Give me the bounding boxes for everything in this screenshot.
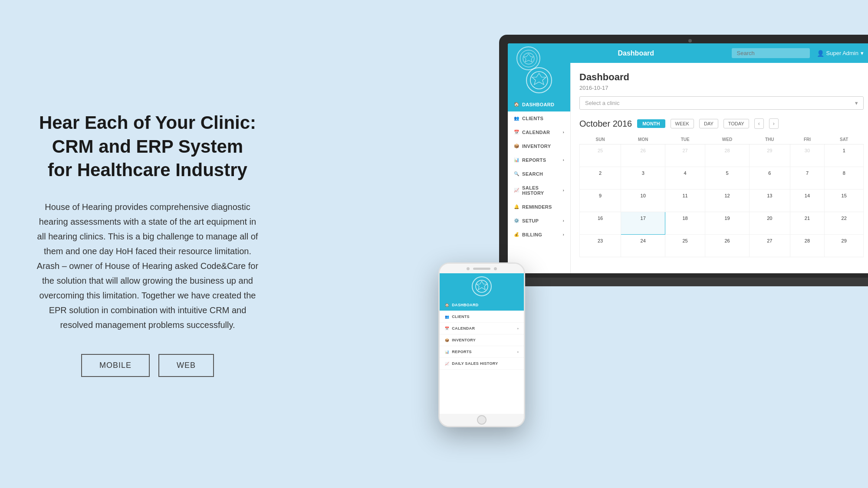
mobile-button[interactable]: MOBILE bbox=[81, 354, 150, 377]
sidebar-item-reminders[interactable]: 🔔REMINDERS bbox=[508, 200, 570, 214]
sidebar-item-clients[interactable]: 👥CLIENTS bbox=[508, 111, 570, 125]
calendar-day-cell[interactable]: 13 bbox=[750, 190, 790, 212]
day-number: 29 bbox=[767, 148, 772, 153]
day-number: 11 bbox=[683, 193, 688, 198]
phone-nav-label: DASHBOARD bbox=[452, 303, 478, 307]
phone-nav-label: REPORTS bbox=[452, 350, 472, 354]
calendar-day-cell[interactable]: 25 bbox=[665, 235, 705, 257]
phone-home-button[interactable] bbox=[477, 415, 487, 425]
crm-sidebar-logo-area bbox=[508, 63, 570, 98]
nav-label: SALES HISTORY bbox=[522, 185, 560, 196]
calendar-day-cell[interactable]: 21 bbox=[790, 212, 825, 235]
web-button[interactable]: WEB bbox=[158, 354, 214, 377]
logo-icon bbox=[522, 52, 535, 65]
phone-header bbox=[440, 273, 524, 299]
sidebar-item-billing[interactable]: 💰BILLING› bbox=[508, 228, 570, 242]
calendar-day-cell[interactable]: 9 bbox=[580, 190, 621, 212]
nav-label: DASHBOARD bbox=[522, 102, 554, 107]
phone-nav-item-clients[interactable]: 👥CLIENTS bbox=[440, 311, 524, 323]
sidebar-item-setup[interactable]: ⚙️SETUP› bbox=[508, 214, 570, 228]
calendar-day-cell[interactable]: 22 bbox=[825, 212, 864, 235]
day-number: 22 bbox=[842, 216, 847, 221]
phone-bottom bbox=[440, 414, 524, 426]
day-number: 28 bbox=[724, 148, 730, 153]
cal-day-btn[interactable]: DAY bbox=[699, 119, 718, 128]
sidebar-item-sales-history[interactable]: 📈SALES HISTORY› bbox=[508, 181, 570, 200]
calendar-day-cell[interactable]: 17 bbox=[621, 212, 665, 235]
day-number: 17 bbox=[641, 216, 646, 221]
calendar-day-cell[interactable]: 20 bbox=[750, 212, 790, 235]
calendar-day-cell[interactable]: 16 bbox=[580, 212, 621, 235]
phone-nav-icon: 📈 bbox=[445, 362, 449, 366]
nav-icon: 📅 bbox=[514, 130, 519, 135]
calendar-day-cell[interactable]: 30 bbox=[790, 144, 825, 167]
day-number: 29 bbox=[842, 238, 847, 243]
sidebar-item-calendar[interactable]: 📅CALENDAR› bbox=[508, 125, 570, 139]
phone-nav-item-daily-sales-history[interactable]: 📈DAILY SALES HISTORY bbox=[440, 358, 524, 370]
sidebar-item-search[interactable]: 🔍SEARCH bbox=[508, 167, 570, 181]
cta-buttons: MOBILE WEB bbox=[35, 354, 260, 377]
calendar-day-cell[interactable]: 28 bbox=[705, 144, 750, 167]
sidebar-item-dashboard[interactable]: 🏠DASHBOARD bbox=[508, 98, 570, 111]
clinic-select[interactable]: Select a clinic ▾ bbox=[579, 96, 864, 110]
calendar-day-cell[interactable]: 14 bbox=[790, 190, 825, 212]
calendar-day-cell[interactable]: 6 bbox=[750, 167, 790, 190]
calendar-day-cell[interactable]: 4 bbox=[665, 167, 705, 190]
cal-day-header: SUN bbox=[580, 135, 621, 144]
phone-nav-item-dashboard[interactable]: 🏠DASHBOARD bbox=[440, 299, 524, 311]
nav-expand-arrow: › bbox=[563, 233, 564, 237]
phone-mockup: 🏠DASHBOARD👥CLIENTS📅CALENDAR›📦INVENTORY📊R… bbox=[438, 262, 525, 427]
svg-point-4 bbox=[476, 280, 488, 292]
cal-today-btn[interactable]: TODAY bbox=[723, 119, 749, 128]
day-number: 20 bbox=[767, 216, 772, 221]
day-number: 21 bbox=[805, 216, 810, 221]
calendar-day-cell[interactable]: 2 bbox=[580, 167, 621, 190]
phone-nav-item-calendar[interactable]: 📅CALENDAR› bbox=[440, 323, 524, 334]
phone-nav-item-inventory[interactable]: 📦INVENTORY bbox=[440, 334, 524, 346]
day-number: 24 bbox=[641, 238, 646, 243]
calendar-day-cell[interactable]: 28 bbox=[790, 235, 825, 257]
calendar-day-cell[interactable]: 29 bbox=[750, 144, 790, 167]
crm-sidebar: 🏠DASHBOARD👥CLIENTS📅CALENDAR›📦INVENTORY📊R… bbox=[508, 63, 571, 273]
date-label: 2016-10-17 bbox=[579, 85, 864, 91]
calendar-day-cell[interactable]: 26 bbox=[621, 144, 665, 167]
calendar-day-cell[interactable]: 26 bbox=[705, 235, 750, 257]
sidebar-nav: 🏠DASHBOARD👥CLIENTS📅CALENDAR›📦INVENTORY📊R… bbox=[508, 98, 570, 242]
calendar-day-cell[interactable]: 15 bbox=[825, 190, 864, 212]
cal-next-btn[interactable]: › bbox=[769, 118, 779, 129]
calendar-day-cell[interactable]: 11 bbox=[665, 190, 705, 212]
cal-day-header: WED bbox=[705, 135, 750, 144]
cal-week-btn[interactable]: WEEK bbox=[671, 119, 694, 128]
day-number: 26 bbox=[641, 148, 646, 153]
day-number: 8 bbox=[843, 170, 845, 176]
calendar-days-row: SUNMONTUEWEDTHUFRISAT bbox=[580, 135, 864, 144]
cal-prev-btn[interactable]: ‹ bbox=[754, 118, 764, 129]
phone-nav-item-reports[interactable]: 📊REPORTS› bbox=[440, 346, 524, 358]
sidebar-item-reports[interactable]: 📊REPORTS› bbox=[508, 153, 570, 167]
calendar-day-cell[interactable]: 23 bbox=[580, 235, 621, 257]
cal-day-header: SAT bbox=[825, 135, 864, 144]
calendar-day-cell[interactable]: 12 bbox=[705, 190, 750, 212]
crm-nav-title: Dashboard bbox=[618, 49, 654, 57]
crm-search-input[interactable] bbox=[732, 48, 810, 58]
sidebar-item-inventory[interactable]: 📦INVENTORY bbox=[508, 139, 570, 153]
calendar-day-cell[interactable]: 27 bbox=[750, 235, 790, 257]
crm-main-content: Dashboard 2016-10-17 Select a clinic ▾ O… bbox=[571, 63, 868, 273]
day-number: 3 bbox=[642, 170, 644, 176]
left-panel: Hear Each of Your Clinic: CRM and ERP Sy… bbox=[0, 85, 295, 403]
calendar-day-cell[interactable]: 10 bbox=[621, 190, 665, 212]
calendar-day-cell[interactable]: 24 bbox=[621, 235, 665, 257]
calendar-day-cell[interactable]: 29 bbox=[825, 235, 864, 257]
calendar-day-cell[interactable]: 27 bbox=[665, 144, 705, 167]
phone-nav-label: DAILY SALES HISTORY bbox=[452, 361, 498, 366]
calendar-day-cell[interactable]: 5 bbox=[705, 167, 750, 190]
calendar-day-cell[interactable]: 25 bbox=[580, 144, 621, 167]
calendar-day-cell[interactable]: 8 bbox=[825, 167, 864, 190]
calendar-day-cell[interactable]: 7 bbox=[790, 167, 825, 190]
calendar-day-cell[interactable]: 18 bbox=[665, 212, 705, 235]
cal-month-btn[interactable]: MONTH bbox=[637, 119, 665, 128]
calendar-day-cell[interactable]: 1 bbox=[825, 144, 864, 167]
calendar-day-cell[interactable]: 19 bbox=[705, 212, 750, 235]
calendar-day-cell[interactable]: 3 bbox=[621, 167, 665, 190]
sidebar-logo-circle bbox=[526, 67, 552, 93]
